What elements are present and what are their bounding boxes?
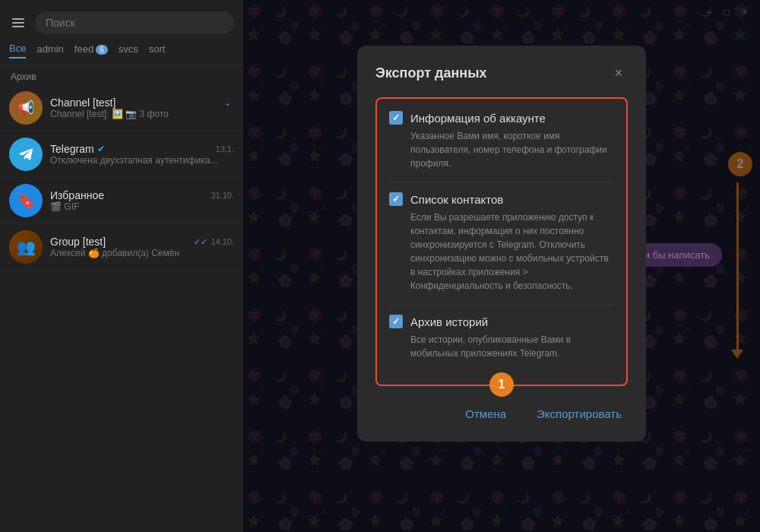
option-title-stories: Архив историй [410, 315, 488, 328]
avatar-channel: 📢 [9, 91, 43, 125]
export-modal: Экспорт данных × Информация об аккаунте … [357, 46, 646, 442]
chat-preview-group: Алексей 🍊 добавил(а) Семён [50, 248, 234, 258]
main-panel: − □ × ♈ 🌙 ⭐ 🌸 ✦ 🔮 2 [243, 0, 760, 532]
chat-name-telegram: Telegram [50, 143, 94, 155]
verified-icon: ✔ [97, 144, 105, 154]
chat-item-group[interactable]: 👥 Group [test] ✓✓ 14.10. Алексей 🍊 добав… [0, 224, 243, 271]
chat-info-saved: Избранное 31.10. 🎬 GIF [50, 189, 234, 212]
divider-1 [389, 182, 614, 183]
tab-svcs[interactable]: svcs [119, 43, 138, 58]
chat-info-channel: Channel [test] ⌄ Channel [test]: 🖼️ 📷 3 … [50, 97, 234, 119]
chat-item-channel[interactable]: 📢 Channel [test] ⌄ Channel [test]: 🖼️ 📷 … [0, 85, 243, 131]
chat-time-telegram: 13.1. [216, 144, 234, 154]
chat-item-saved[interactable]: 🔖 Избранное 31.10. 🎬 GIF [0, 178, 243, 224]
search-input[interactable] [35, 11, 234, 34]
option-desc-contacts: Если Вы разрешаете приложению доступ к к… [389, 211, 614, 293]
option-contacts: Список контактов Если Вы разрешаете прил… [389, 192, 614, 293]
checkbox-stories[interactable] [389, 315, 403, 328]
option-desc-account-info: Указанное Вами имя, короткое имя пользов… [389, 129, 614, 170]
tab-feed[interactable]: feed6 [74, 43, 108, 58]
modal-title-row: Экспорт данных × [375, 64, 628, 82]
app-container: Все admin feed6 svcs sort Архив 📢 Channe… [0, 0, 760, 532]
option-stories-header: Архив историй [389, 315, 614, 328]
avatar-telegram [9, 138, 43, 171]
modal-overlay: Экспорт данных × Информация об аккаунте … [243, 0, 760, 532]
option-stories: Архив историй Все истории, опубликованны… [389, 315, 614, 360]
modal-close-button[interactable]: × [610, 64, 628, 82]
divider-2 [389, 305, 614, 306]
chat-list: 📢 Channel [test] ⌄ Channel [test]: 🖼️ 📷 … [0, 85, 243, 532]
option-title-account-info: Информация об аккаунте [410, 112, 546, 125]
menu-icon[interactable] [9, 15, 27, 30]
option-account-info: Информация об аккаунте Указанное Вами им… [389, 111, 614, 170]
cancel-button[interactable]: Отмена [459, 404, 512, 423]
sidebar-header [0, 0, 243, 38]
tab-admin[interactable]: admin [36, 43, 63, 58]
chat-info-group: Group [test] ✓✓ 14.10. Алексей 🍊 добавил… [50, 236, 234, 258]
chat-preview-telegram: Отключена двухэтапная аутентифика... [50, 155, 234, 166]
chat-time-group: 14.10. [211, 237, 234, 246]
option-contacts-header: Список контактов [389, 192, 614, 206]
chat-name-saved: Избранное [50, 189, 104, 201]
avatar-saved: 🔖 [9, 184, 43, 217]
export-button[interactable]: Экспортировать [530, 404, 628, 423]
annotation-badge-1: 1 [489, 372, 514, 397]
avatar-group: 👥 [9, 230, 43, 264]
tabs-row: Все admin feed6 svcs sort [0, 38, 243, 65]
read-check-icon: ✓✓ [194, 237, 207, 247]
option-account-info-header: Информация об аккаунте [389, 111, 614, 125]
checkbox-contacts[interactable] [389, 192, 403, 206]
chat-info-telegram: Telegram ✔ 13.1. Отключена двухэтапная а… [50, 143, 234, 166]
chat-name-group: Group [test] [50, 236, 106, 248]
chat-name-channel: Channel [test] [50, 97, 116, 109]
checkbox-account-info[interactable] [389, 111, 403, 125]
option-desc-stories: Все истории, опубликованные Вами в мобил… [389, 333, 614, 360]
chat-preview-saved: 🎬 GIF [50, 201, 234, 212]
tab-sort[interactable]: sort [149, 43, 166, 58]
sidebar: Все admin feed6 svcs sort Архив 📢 Channe… [0, 0, 243, 532]
chat-time-saved: 31.10. [211, 191, 234, 200]
modal-options-box: Информация об аккаунте Указанное Вами им… [375, 97, 628, 386]
chat-preview-channel: Channel [test]: 🖼️ 📷 3 фото [50, 109, 234, 119]
option-title-contacts: Список контактов [410, 193, 503, 206]
archive-label: Архив [0, 65, 243, 85]
tab-all[interactable]: Все [9, 43, 26, 59]
chat-item-telegram[interactable]: Telegram ✔ 13.1. Отключена двухэтапная а… [0, 131, 243, 178]
modal-footer: Отмена Экспортировать [375, 401, 628, 423]
modal-title: Экспорт данных [375, 65, 487, 81]
